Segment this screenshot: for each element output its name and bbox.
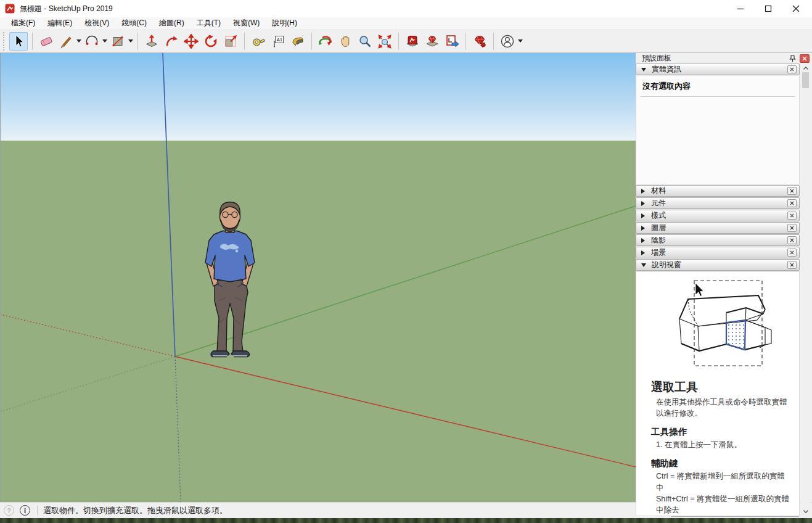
expand-arrow-icon — [641, 213, 645, 218]
credits-info-icon[interactable]: i — [20, 505, 30, 516]
select-tool-button[interactable] — [9, 32, 28, 51]
extension-warehouse-button[interactable] — [423, 32, 441, 51]
tray-pin-button[interactable] — [787, 54, 797, 64]
expand-arrow-icon — [641, 201, 645, 206]
tray-close-button[interactable] — [800, 54, 810, 63]
text-tool-button[interactable]: A1 — [269, 32, 287, 51]
send-to-layout-icon — [445, 34, 459, 49]
section-close-button[interactable] — [787, 236, 797, 244]
section-components[interactable]: 元件 — [636, 197, 800, 209]
section-styles[interactable]: 樣式 — [636, 210, 800, 221]
zoom-extents-tool-button[interactable] — [375, 32, 394, 51]
section-label: 圖層 — [651, 223, 787, 233]
rotate-tool-button[interactable] — [202, 32, 220, 51]
arc-tool-button[interactable] — [83, 32, 101, 51]
section-close-button[interactable] — [787, 249, 797, 257]
pan-tool-button[interactable] — [336, 32, 355, 51]
push-pull-tool-button[interactable] — [142, 32, 161, 51]
svg-text:A1: A1 — [277, 37, 283, 43]
sketchup-window: 無標題 - SketchUp Pro 2019 檔案(F) 編輯(E) 檢視(V… — [0, 0, 812, 523]
expand-arrow-icon — [641, 250, 645, 255]
rectangle-tool-button[interactable] — [109, 32, 127, 51]
section-label: 材料 — [651, 186, 787, 196]
select-cursor-icon — [11, 34, 26, 49]
menu-help[interactable]: 說明(H) — [266, 17, 303, 30]
section-close-button[interactable] — [787, 199, 797, 207]
section-layers[interactable]: 圖層 — [636, 222, 800, 234]
instructor-modifier-shift-ctrl: Shift+Ctrl = 將實體從一組所選取的實體中除去 — [656, 493, 792, 516]
maximize-button[interactable] — [754, 0, 782, 17]
send-to-layout-button[interactable] — [443, 32, 461, 51]
sky — [1, 53, 636, 141]
section-close-button[interactable] — [787, 65, 797, 73]
eraser-tool-button[interactable] — [37, 32, 55, 51]
geolocation-status-icon[interactable]: ? — [4, 505, 14, 516]
menu-tools[interactable]: 工具(T) — [191, 17, 227, 30]
rectangle-icon — [110, 34, 125, 49]
default-tray-panel: 預設面板 實體資訊 — [636, 53, 812, 502]
window-title: 無標題 - SketchUp Pro 2019 — [20, 4, 113, 14]
follow-me-tool-button[interactable] — [162, 32, 181, 51]
chevron-down-icon — [803, 510, 808, 513]
section-close-button[interactable] — [787, 261, 797, 269]
section-close-button[interactable] — [787, 224, 797, 232]
move-tool-button[interactable] — [182, 32, 200, 51]
section-entity-info[interactable]: 實體資訊 — [636, 64, 800, 75]
account-button[interactable] — [498, 32, 517, 51]
section-label: 實體資訊 — [652, 64, 787, 75]
instructor-title: 選取工具 — [651, 379, 798, 395]
pin-icon — [789, 55, 796, 62]
scroll-thumb[interactable] — [802, 72, 809, 88]
3d-warehouse-button[interactable] — [403, 32, 422, 51]
menu-draw[interactable]: 繪圖(R) — [153, 17, 191, 30]
model-viewport[interactable] — [1, 53, 636, 502]
account-icon — [500, 34, 515, 49]
toolbar-drag-handle[interactable] — [3, 32, 7, 51]
rotate-icon — [203, 34, 218, 49]
minimize-button[interactable] — [726, 0, 754, 17]
instructor-description: 在使用其他操作工具或命令時選取實體以進行修改。 — [656, 397, 792, 419]
close-button[interactable] — [782, 0, 810, 17]
paint-bucket-tool-button[interactable] — [289, 32, 307, 51]
scroll-down-arrow[interactable] — [802, 508, 810, 516]
section-instructor[interactable]: 說明視窗 — [636, 259, 800, 271]
maximize-icon — [765, 5, 772, 12]
section-close-button[interactable] — [787, 212, 797, 220]
tape-measure-tool-button[interactable] — [249, 32, 268, 51]
collapse-arrow-icon — [641, 68, 646, 72]
section-materials[interactable]: 材料 — [636, 185, 800, 197]
section-close-icon — [790, 67, 794, 72]
menu-view[interactable]: 檢視(V) — [78, 17, 115, 30]
section-close-icon — [790, 226, 794, 230]
menu-edit[interactable]: 編輯(E) — [41, 17, 78, 30]
section-label: 元件 — [651, 198, 787, 208]
panel-scrollbar[interactable] — [801, 64, 810, 516]
status-message: 選取物件。切換到擴充選取。拖曳滑鼠以選取多項。 — [43, 505, 228, 516]
section-close-button[interactable] — [787, 187, 797, 195]
arc-tool-dropdown[interactable] — [102, 32, 108, 51]
orbit-tool-button[interactable] — [316, 32, 335, 51]
scale-tool-button[interactable] — [221, 32, 240, 51]
zoom-tool-button[interactable] — [356, 32, 374, 51]
tape-measure-icon — [251, 34, 266, 49]
scale-icon — [223, 34, 238, 49]
account-dropdown[interactable] — [517, 32, 523, 51]
toolbar: A1 — [0, 30, 812, 53]
line-tool-dropdown[interactable] — [76, 32, 82, 51]
section-scenes[interactable]: 場景 — [636, 247, 800, 258]
extension-manager-button[interactable] — [470, 32, 489, 51]
section-label: 場景 — [651, 247, 787, 258]
section-label: 陰影 — [651, 235, 787, 245]
follow-me-icon — [164, 34, 179, 49]
scroll-up-arrow[interactable] — [802, 64, 810, 72]
menu-camera[interactable]: 鏡頭(C) — [115, 17, 153, 30]
title-bar: 無標題 - SketchUp Pro 2019 — [0, 0, 812, 17]
sketchup-logo-icon — [5, 4, 15, 14]
line-tool-button[interactable] — [57, 32, 75, 51]
menu-window[interactable]: 視窗(W) — [227, 17, 266, 30]
section-shadows[interactable]: 陰影 — [636, 234, 800, 246]
menu-file[interactable]: 檔案(F) — [5, 17, 41, 30]
tray-close-icon — [802, 56, 807, 61]
desktop-wallpaper-strip — [0, 518, 812, 523]
rectangle-tool-dropdown[interactable] — [128, 32, 134, 51]
